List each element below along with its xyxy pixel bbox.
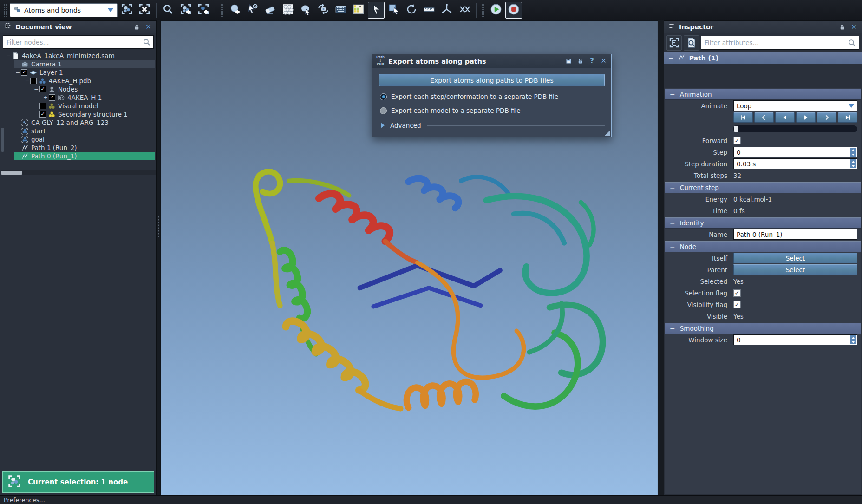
toolbar-shape-pointer-button[interactable] [297,2,314,19]
collapse-icon[interactable]: − [670,91,675,98]
tree-horizontal-scrollbar[interactable] [1,170,156,175]
spin-up-icon[interactable] [850,335,856,340]
tree-item-goal[interactable]: goal [5,135,156,144]
spin-up-icon[interactable] [850,159,856,164]
right-splitter[interactable] [658,20,664,495]
collapse-icon[interactable]: − [668,54,674,62]
tree-item-secondary-structure-1[interactable]: ✓Secondary structure 1 [5,110,156,118]
step-slider[interactable] [733,125,857,132]
inspect-node-tree-button[interactable] [666,35,682,51]
lock-icon[interactable] [133,23,141,31]
help-icon[interactable]: ? [588,57,596,65]
toolbar-pointer-gear-button[interactable] [244,2,261,19]
step-spinbox[interactable]: 0 [733,147,857,157]
toolbar-add-bond-button[interactable] [195,2,212,19]
dialog-titlebar[interactable]: Path↓PDB Export atoms along paths ? ✕ [372,54,611,68]
toolbar-add-sphere-button[interactable] [227,2,243,19]
tree-vertical-scrollbar[interactable] [1,128,4,152]
tree-item-camera-1[interactable]: Camera 1 [5,60,156,68]
advanced-section-toggle[interactable]: Advanced [381,122,605,129]
visibility-checkbox[interactable]: ✓ [39,86,46,92]
visibility-checkbox[interactable]: ✓ [39,111,46,118]
dialog-resize-grip[interactable] [604,130,610,136]
name-input[interactable]: Path 0 (Run_1) [733,229,857,240]
seek-prev-button[interactable] [754,112,774,123]
close-icon[interactable]: ✕ [600,57,607,65]
section-header-current-step[interactable]: −Current step [665,182,861,193]
filter-attributes-input[interactable]: Filter attributes... [701,36,859,50]
animate-dropdown[interactable]: Loop [733,100,857,111]
tree-item-nodes[interactable]: −✓Nodes [5,85,156,93]
toolbar-keyboard-button[interactable] [333,2,349,19]
selection-flag-checkbox[interactable]: ✓ [733,289,741,297]
visibility-checkbox[interactable] [39,103,46,109]
lock-icon[interactable] [838,23,846,31]
export-option-radio-0[interactable]: Export each step/conformation to a separ… [380,93,611,100]
collapse-icon[interactable]: − [670,219,675,227]
toolbar-periodic-table-button[interactable] [350,2,367,19]
toolbar-magnifier-button[interactable] [160,2,176,19]
tree-expander[interactable]: − [33,86,39,92]
forward-checkbox[interactable]: ✓ [733,137,741,144]
toolbar-eraser-button[interactable] [262,2,279,19]
collapse-icon[interactable]: − [670,184,675,191]
export-option-radio-1[interactable]: Export each model to a separate PDB file [380,107,611,114]
itself-select-button[interactable]: Select [733,253,857,263]
tree-item-layer-1[interactable]: −✓Layer 1 [5,68,156,77]
filter-nodes-input[interactable]: Filter nodes... [3,35,154,49]
toolbar-rotate-button[interactable] [403,2,420,19]
visibility-checkbox[interactable] [30,78,37,84]
toolbar-honeycomb-button[interactable] [280,2,296,19]
collapse-icon[interactable]: − [670,325,675,332]
toolbar-record-button[interactable] [505,2,522,19]
section-header-animation[interactable]: −Animation [665,89,861,100]
export-to-pdb-button[interactable]: Export atoms along paths to PDB files [379,74,605,86]
visibility-checkbox[interactable]: ✓ [49,94,55,101]
step-next-button[interactable] [796,112,816,123]
spin-down-icon[interactable] [850,340,856,344]
collapse-icon[interactable]: − [670,243,675,250]
step-duration-spinbox[interactable]: 0.03 s [733,158,857,169]
tree-item-path-1-run-2-[interactable]: Path 1 (Run_2) [5,144,156,152]
tree-item-ca-gly-12-and-arg-123[interactable]: CA GLY_12 and ARG_123 [5,118,156,127]
tree-item-4akea-1akea-minimized-sam[interactable]: −4akeA_1akeA_minimized.sam [5,52,156,60]
section-header-smoothing[interactable]: −Smoothing [665,323,861,334]
tree-expander[interactable]: − [24,78,30,84]
radio-icon[interactable] [380,93,387,100]
skip-start-button[interactable] [733,112,753,123]
spin-up-icon[interactable] [850,148,856,152]
toolbar-add-atoms-button[interactable] [177,2,194,19]
save-icon[interactable] [565,57,573,65]
section-header-identity[interactable]: −Identity [665,217,861,229]
skip-end-button[interactable] [838,112,857,123]
tree-item-visual-model[interactable]: Visual model [5,102,156,110]
section-header-node[interactable]: −Node [665,241,861,252]
tree-expander[interactable]: + [42,94,49,101]
spin-down-icon[interactable] [850,164,856,168]
visibility-flag-checkbox[interactable]: ✓ [733,301,741,308]
tree-expander[interactable]: − [5,52,12,59]
lock-icon[interactable] [576,57,584,65]
toolbar-grip[interactable] [481,4,485,17]
toolbar-twist-button[interactable] [456,2,473,19]
toolbar-axes-button[interactable] [438,2,455,19]
seek-next-button[interactable] [817,112,836,123]
toolbar-ruler-button[interactable] [421,2,438,19]
toolbar-arrow-select-button[interactable] [368,2,385,19]
tree-item-path-0-run-1-[interactable]: Path 0 (Run_1) [5,152,156,160]
parent-select-button[interactable]: Select [733,264,857,275]
tree-item-4akea-h-1[interactable]: +✓4AKEA_H 1 [5,93,156,102]
radio-icon[interactable] [380,107,387,114]
visibility-checkbox[interactable]: ✓ [21,69,27,76]
left-splitter[interactable] [157,20,160,495]
toolbar-rect-select-button[interactable] [385,2,402,19]
toolbar-grip[interactable] [220,4,224,17]
current-selection-bar[interactable]: Current selection: 1 node [2,471,154,493]
toolbar-camera-orbit-button[interactable] [315,2,332,19]
tree-item-start[interactable]: start [5,127,156,135]
spin-down-icon[interactable] [850,152,856,157]
close-icon[interactable]: ✕ [850,23,858,31]
close-icon[interactable]: ✕ [144,23,152,31]
toolbar-grip[interactable] [3,4,7,17]
tree-item-4akea-h-pdb[interactable]: −4AKEA_H.pdb [5,77,156,85]
